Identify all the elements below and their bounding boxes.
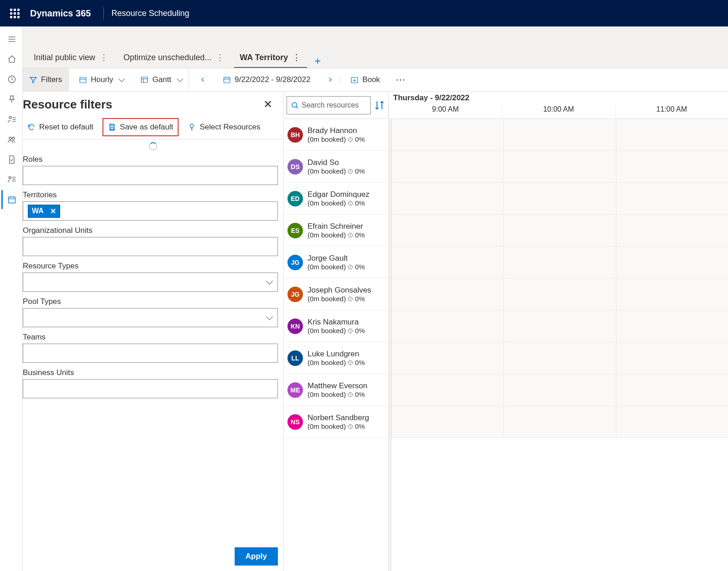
schedule-cell[interactable] xyxy=(503,215,615,246)
chip-remove-icon[interactable]: ✕ xyxy=(50,207,56,216)
close-filter-pane-button[interactable]: ✕ xyxy=(261,95,275,113)
schedule-cell[interactable] xyxy=(616,183,728,214)
resource-row[interactable]: ED Edgar Dominquez (0m booked) 0% xyxy=(284,183,388,215)
time-scale-dropdown[interactable]: Hourly xyxy=(72,68,130,91)
avatar: NS xyxy=(287,414,303,430)
nav-document-check-icon[interactable] xyxy=(1,150,21,169)
resource-row[interactable]: ES Efrain Schreiner (0m booked) 0% xyxy=(284,215,388,247)
schedule-cell[interactable] xyxy=(503,247,615,278)
date-range-picker[interactable]: 9/22/2022 - 9/28/2022 xyxy=(216,68,317,91)
schedule-cell[interactable] xyxy=(391,183,503,214)
add-tab-button[interactable]: + xyxy=(311,54,324,68)
book-button[interactable]: Book xyxy=(344,68,386,91)
roles-input[interactable] xyxy=(23,166,278,185)
schedule-cell[interactable] xyxy=(616,247,728,278)
schedule-cell[interactable] xyxy=(391,119,503,150)
business-units-input[interactable] xyxy=(23,379,278,398)
toolbar-overflow-icon[interactable]: ⋯ xyxy=(390,74,412,86)
resource-name: David So xyxy=(308,158,365,167)
territories-input[interactable]: WA ✕ xyxy=(23,201,278,221)
tab-optimize-unscheduled[interactable]: Optimize unscheduled... ⋮ xyxy=(118,48,231,68)
nav-recent-icon[interactable] xyxy=(1,70,21,89)
schedule-cell[interactable] xyxy=(391,310,503,342)
schedule-row[interactable] xyxy=(391,310,728,342)
schedule-cell[interactable] xyxy=(503,406,615,437)
select-resources-button[interactable]: Select Resources xyxy=(183,119,265,135)
schedule-row[interactable] xyxy=(391,119,728,151)
tab-wa-territory[interactable]: WA Territory ⋮ xyxy=(234,48,307,68)
nav-schedule-board-icon[interactable] xyxy=(1,190,21,209)
schedule-cell[interactable] xyxy=(503,278,615,310)
schedule-cell[interactable] xyxy=(503,119,615,150)
next-period-button[interactable] xyxy=(320,76,340,83)
schedule-cell[interactable] xyxy=(616,374,728,406)
schedule-cell[interactable] xyxy=(391,278,503,310)
nav-people-list-icon[interactable] xyxy=(1,110,21,129)
nav-home-icon[interactable] xyxy=(1,50,21,69)
brand-label[interactable]: Dynamics 365 xyxy=(30,8,91,19)
tab-initial-public-view[interactable]: Initial public view ⋮ xyxy=(28,48,114,68)
schedule-row[interactable] xyxy=(391,151,728,183)
schedule-row[interactable] xyxy=(391,342,728,374)
view-type-dropdown[interactable]: Gantt xyxy=(134,68,189,91)
save-as-default-button[interactable]: Save as default xyxy=(103,118,179,136)
schedule-row[interactable] xyxy=(391,247,728,278)
territories-label: Territories xyxy=(23,190,283,200)
pool-types-select[interactable] xyxy=(23,308,278,327)
nav-menu-icon[interactable] xyxy=(1,30,21,49)
filters-toggle-button[interactable]: Filters xyxy=(23,68,69,91)
schedule-row[interactable] xyxy=(391,278,728,310)
schedule-row[interactable] xyxy=(391,183,728,215)
resource-row[interactable]: ME Matthew Everson (0m booked) 0% xyxy=(284,374,388,406)
sort-resources-button[interactable] xyxy=(374,99,385,111)
resource-row[interactable]: NS Norbert Sandberg (0m booked) 0% xyxy=(284,406,388,438)
schedule-cell[interactable] xyxy=(391,342,503,374)
schedule-cell[interactable] xyxy=(391,151,503,182)
schedule-cell[interactable] xyxy=(391,406,503,437)
nav-contact-list-icon[interactable] xyxy=(1,170,21,189)
business-units-label: Business Units xyxy=(23,368,283,377)
resource-types-select[interactable] xyxy=(23,273,278,292)
schedule-cell[interactable] xyxy=(616,278,728,310)
schedule-cell[interactable] xyxy=(616,310,728,342)
product-label[interactable]: Resource Scheduling xyxy=(111,9,189,18)
territory-chip-wa[interactable]: WA ✕ xyxy=(28,205,60,218)
schedule-cell[interactable] xyxy=(616,215,728,246)
resource-utilization: (0m booked) 0% xyxy=(308,263,365,271)
schedule-cell[interactable] xyxy=(616,119,728,150)
schedule-cell[interactable] xyxy=(503,374,615,406)
schedule-cell[interactable] xyxy=(391,374,503,406)
tab-menu-icon[interactable]: ⋮ xyxy=(99,52,109,62)
schedule-cell[interactable] xyxy=(503,151,615,182)
schedule-cell[interactable] xyxy=(616,151,728,182)
resource-row[interactable]: JG Joseph Gonsalves (0m booked) 0% xyxy=(284,278,388,310)
tab-menu-icon[interactable]: ⋮ xyxy=(292,52,302,62)
schedule-cell[interactable] xyxy=(503,310,615,342)
schedule-cell[interactable] xyxy=(503,183,615,214)
date-range-label: 9/22/2022 - 9/28/2022 xyxy=(235,75,310,84)
resource-row[interactable]: DS David So (0m booked) 0% xyxy=(284,151,388,183)
schedule-cell[interactable] xyxy=(503,342,615,374)
schedule-cell[interactable] xyxy=(616,342,728,374)
apply-button[interactable]: Apply xyxy=(235,547,278,566)
resource-row[interactable]: KN Kris Nakamura (0m booked) 0% xyxy=(284,310,388,342)
svg-rect-15 xyxy=(9,197,15,203)
resource-search-input[interactable]: Search resources xyxy=(287,96,371,114)
schedule-cell[interactable] xyxy=(391,247,503,278)
app-launcher-icon[interactable] xyxy=(4,2,26,24)
nav-pinned-icon[interactable] xyxy=(1,90,21,109)
schedule-cell[interactable] xyxy=(616,406,728,437)
nav-people-group-icon[interactable] xyxy=(1,130,21,149)
prev-period-button[interactable] xyxy=(193,76,213,83)
org-units-input[interactable] xyxy=(23,237,278,256)
schedule-row[interactable] xyxy=(391,374,728,406)
teams-input[interactable] xyxy=(23,344,278,363)
schedule-row[interactable] xyxy=(391,406,728,438)
resource-row[interactable]: BH Brady Hannon (0m booked) 0% xyxy=(284,119,388,151)
schedule-row[interactable] xyxy=(391,215,728,247)
tab-menu-icon[interactable]: ⋮ xyxy=(215,52,225,62)
schedule-cell[interactable] xyxy=(391,215,503,246)
resource-row[interactable]: LL Luke Lundgren (0m booked) 0% xyxy=(284,342,388,374)
resource-row[interactable]: JG Jorge Gault (0m booked) 0% xyxy=(284,247,388,278)
reset-to-default-button[interactable]: Reset to default xyxy=(23,119,98,135)
